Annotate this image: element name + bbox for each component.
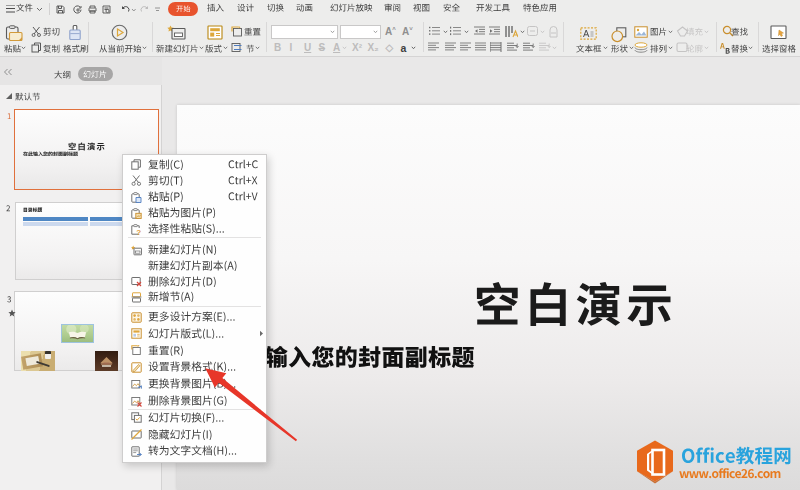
svg-text:?: ? — [136, 227, 141, 234]
